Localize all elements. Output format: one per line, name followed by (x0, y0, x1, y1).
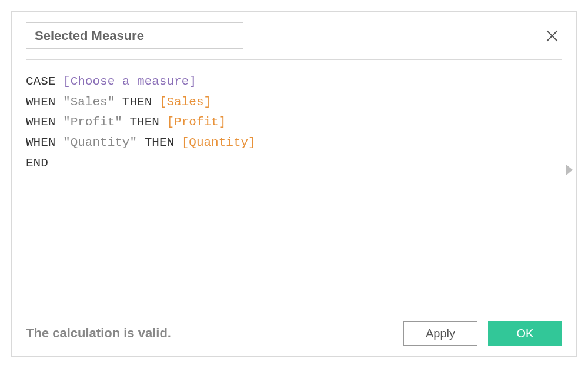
keyword-end: END (26, 156, 48, 170)
keyword-when: WHEN (26, 136, 55, 149)
formula-editor-wrap: CASE [Choose a measure] WHEN "Sales" THE… (26, 72, 562, 315)
dialog-footer: The calculation is valid. Apply OK (26, 321, 562, 346)
apply-button[interactable]: Apply (403, 321, 477, 346)
keyword-when: WHEN (26, 115, 55, 129)
parameter-ref: [Choose a measure] (63, 75, 196, 88)
ok-button[interactable]: OK (488, 321, 562, 346)
close-icon[interactable] (546, 29, 559, 42)
divider (26, 59, 562, 60)
calculated-field-dialog: CASE [Choose a measure] WHEN "Sales" THE… (11, 11, 577, 357)
keyword-then: THEN (145, 136, 174, 149)
formula-editor[interactable]: CASE [Choose a measure] WHEN "Sales" THE… (26, 72, 562, 173)
string-literal: "Profit" (63, 115, 122, 129)
keyword-then: THEN (129, 115, 159, 129)
keyword-when: WHEN (26, 95, 55, 109)
dialog-header (26, 22, 562, 49)
calculation-name-input[interactable] (26, 22, 243, 49)
string-literal: "Sales" (63, 95, 115, 109)
keyword-case: CASE (26, 75, 55, 88)
expand-arrow-icon[interactable] (566, 165, 573, 175)
field-ref: [Quantity] (182, 136, 256, 149)
button-group: Apply OK (403, 321, 562, 346)
field-ref: [Profit] (167, 115, 226, 129)
keyword-then: THEN (122, 95, 152, 109)
string-literal: "Quantity" (63, 136, 137, 149)
validation-status: The calculation is valid. (26, 326, 171, 341)
field-ref: [Sales] (159, 95, 211, 109)
